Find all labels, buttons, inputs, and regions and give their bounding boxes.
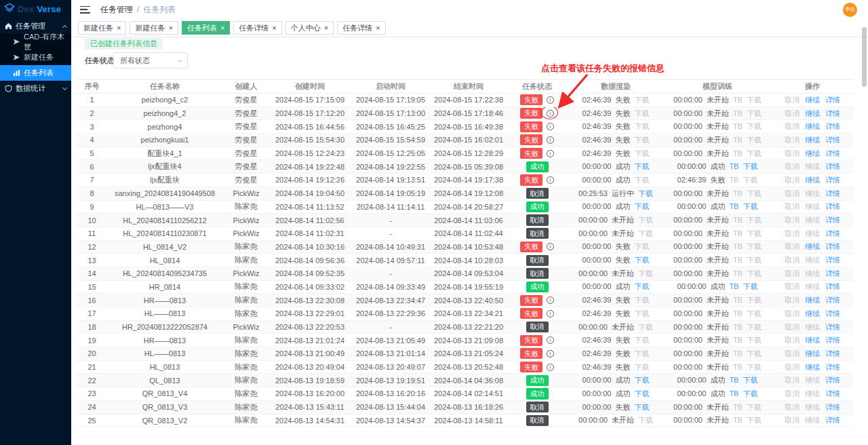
close-icon[interactable]: × <box>272 24 276 32</box>
breadcrumb-item-task-management[interactable]: 任务管理 <box>100 4 133 16</box>
action-continue-link[interactable]: 继续 <box>805 109 820 117</box>
info-icon[interactable]: i <box>547 296 554 304</box>
action-continue-link[interactable]: 继续 <box>805 149 820 157</box>
tensorboard-link[interactable]: TB <box>729 202 738 210</box>
action-detail-link[interactable]: 详情 <box>825 256 840 264</box>
render-download-link[interactable]: 下载 <box>634 282 649 290</box>
info-icon[interactable]: i <box>547 310 554 317</box>
action-continue-link[interactable]: 继续 <box>805 136 820 144</box>
train-download-link[interactable]: 下载 <box>743 202 757 210</box>
info-icon[interactable]: i <box>547 176 554 184</box>
action-detail-link[interactable]: 详情 <box>825 403 840 411</box>
action-detail-link[interactable]: 详情 <box>825 309 840 317</box>
close-icon[interactable]: × <box>117 24 121 32</box>
info-icon[interactable]: i <box>547 150 554 157</box>
sidebar-group-data-statistics[interactable]: 数据统计 <box>0 81 71 96</box>
tab-个人中心-4[interactable]: 个人中心× <box>285 21 334 35</box>
train-status: 未开始 <box>707 122 729 130</box>
tab-新建任务-1[interactable]: 新建任务× <box>130 21 178 35</box>
action-detail-link[interactable]: 详情 <box>825 122 840 130</box>
info-icon[interactable]: i <box>547 364 554 371</box>
action-detail-link[interactable]: 详情 <box>825 363 840 371</box>
task-name: HR——0813 <box>107 334 222 347</box>
action-continue-link[interactable]: 继续 <box>805 349 820 357</box>
train-time: 00:00:00 <box>673 309 703 317</box>
info-icon[interactable]: i <box>547 96 554 104</box>
action-detail-link[interactable]: 详情 <box>825 349 840 357</box>
render-download-link[interactable]: 下载 <box>634 403 649 411</box>
table-row: 3 peizhong4 劳俊星 2024-08-15 16:44:56 2024… <box>77 120 853 134</box>
action-detail-link[interactable]: 详情 <box>825 149 840 157</box>
tensorboard-link[interactable]: TB <box>729 162 738 170</box>
info-icon[interactable]: i <box>547 243 554 250</box>
action-continue-link[interactable]: 继续 <box>805 242 820 250</box>
task-status-cell: 取消 <box>506 187 568 200</box>
close-icon[interactable]: × <box>324 24 328 32</box>
action-continue-link[interactable]: 继续 <box>805 96 820 104</box>
action-detail-link[interactable]: 详情 <box>825 282 840 290</box>
tab-任务详情-3[interactable]: 任务详情× <box>233 21 281 35</box>
render-download-link[interactable]: 下载 <box>634 389 649 398</box>
action-continue-link[interactable]: 继续 <box>805 176 820 184</box>
render-download-link[interactable]: 下载 <box>634 256 649 264</box>
info-icon[interactable]: i <box>547 136 554 144</box>
action-detail-link[interactable]: 详情 <box>825 96 840 104</box>
action-continue-link[interactable]: 继续 <box>805 309 820 317</box>
action-detail-link[interactable]: 详情 <box>825 323 840 331</box>
actions-cell: 取消继续详情 <box>772 240 853 254</box>
vertical-scrollbar-thumb[interactable] <box>862 27 867 87</box>
action-detail-link[interactable]: 详情 <box>825 376 840 384</box>
tensorboard-link[interactable]: TB <box>729 376 738 384</box>
user-avatar[interactable]: 李培 <box>843 3 857 17</box>
tab-任务详情-5[interactable]: 任务详情× <box>337 21 385 35</box>
render-download-link[interactable]: 下载 <box>634 376 649 384</box>
created-time: 2024-08-13 19:18:59 <box>270 374 350 387</box>
action-detail-link[interactable]: 详情 <box>825 216 840 224</box>
action-detail-link[interactable]: 详情 <box>825 269 840 277</box>
info-icon[interactable]: i <box>547 123 554 130</box>
train-download-link: 下载 <box>747 96 762 104</box>
close-icon[interactable]: × <box>168 24 172 32</box>
action-detail-link[interactable]: 详情 <box>825 389 840 398</box>
task-status-select[interactable]: 所有状态 <box>113 52 188 69</box>
action-detail-link[interactable]: 详情 <box>825 136 840 144</box>
action-detail-link[interactable]: 详情 <box>825 189 840 197</box>
tensorboard-link[interactable]: TB <box>729 282 738 290</box>
render-download-link[interactable]: 下载 <box>634 162 649 170</box>
action-continue-link[interactable]: 继续 <box>805 122 820 130</box>
render-download-link[interactable]: 下载 <box>638 189 653 197</box>
table-header-row: 序号任务名称创建人创建时间启动时间结束时间任务状态数据渲染模型训练操作 <box>77 80 853 94</box>
action-detail-link[interactable]: 详情 <box>825 336 840 344</box>
render-download-link[interactable]: 下载 <box>634 202 649 210</box>
tab-新建任务-0[interactable]: 新建任务× <box>78 21 126 35</box>
tab-任务列表-2[interactable]: 任务列表× <box>182 21 230 35</box>
train-download-link[interactable]: 下载 <box>743 162 757 170</box>
sidebar-collapse-icon[interactable] <box>80 6 90 14</box>
tensorboard-link[interactable]: TB <box>729 389 738 398</box>
action-detail-link[interactable]: 详情 <box>825 416 840 424</box>
render-time: 00:25:53 <box>578 189 608 197</box>
action-detail-link[interactable]: 详情 <box>825 162 840 170</box>
train-download-link[interactable]: 下载 <box>743 376 757 384</box>
action-detail-link[interactable]: 详情 <box>825 296 840 304</box>
action-continue-link[interactable]: 继续 <box>805 363 820 371</box>
train-download-link[interactable]: 下载 <box>743 389 757 398</box>
start-time: 2024-08-14 19:13:51 <box>350 174 431 187</box>
action-detail-link[interactable]: 详情 <box>825 109 840 117</box>
info-icon[interactable]: i <box>547 350 554 357</box>
action-detail-link[interactable]: 详情 <box>825 242 840 250</box>
sidebar-item-任务列表[interactable]: 任务列表 <box>0 65 71 81</box>
action-detail-link[interactable]: 详情 <box>825 176 840 184</box>
action-continue-link[interactable]: 继续 <box>805 296 820 304</box>
action-detail-link[interactable]: 详情 <box>825 229 840 237</box>
close-icon[interactable]: × <box>220 24 224 32</box>
info-icon[interactable]: i <box>547 110 554 117</box>
start-time: 2024-08-13 20:49:07 <box>350 360 431 374</box>
action-detail-link[interactable]: 详情 <box>825 202 840 210</box>
action-continue-link: 继续 <box>805 282 820 290</box>
sidebar-item-CAD-有序木筐[interactable]: CAD-有序木筐 <box>0 34 71 50</box>
close-icon[interactable]: × <box>376 24 380 32</box>
action-continue-link[interactable]: 继续 <box>805 336 820 344</box>
train-download-link[interactable]: 下载 <box>743 282 757 290</box>
info-icon[interactable]: i <box>547 336 554 344</box>
